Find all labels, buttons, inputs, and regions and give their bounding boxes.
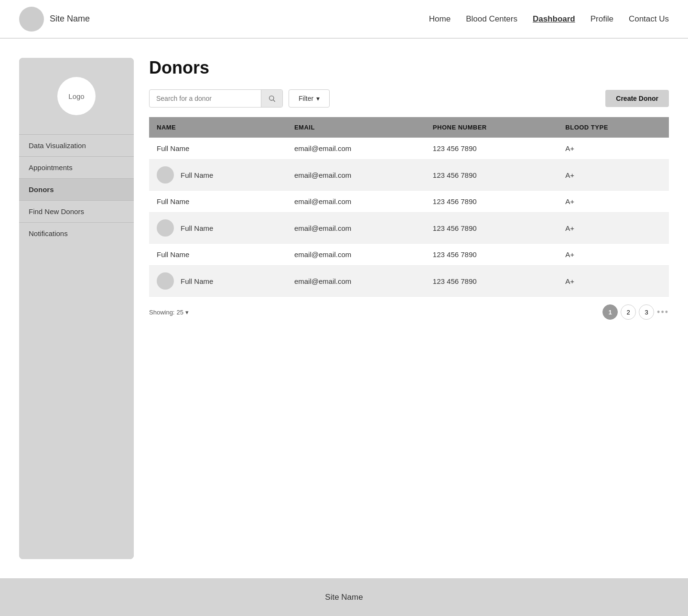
- cell-name: Full Name: [149, 138, 287, 160]
- page-button-2[interactable]: 2: [621, 304, 636, 320]
- avatar: [157, 166, 174, 184]
- navbar-links: Home Blood Centers Dashboard Profile Con…: [429, 14, 669, 24]
- showing-dropdown-icon[interactable]: ▾: [185, 309, 189, 316]
- page-button-3[interactable]: 3: [639, 304, 654, 320]
- svg-point-0: [269, 96, 274, 100]
- cell-name: Full Name: [149, 160, 287, 191]
- nav-link-contact[interactable]: Contact Us: [629, 14, 669, 24]
- table-row[interactable]: Full Nameemail@email.com123 456 7890A+: [149, 213, 669, 244]
- table-row[interactable]: Full Nameemail@email.com123 456 7890A+: [149, 266, 669, 297]
- sidebar-item-notifications[interactable]: Notifications: [19, 222, 134, 244]
- search-wrapper: [149, 89, 283, 108]
- table-row[interactable]: Full Nameemail@email.com123 456 7890A+: [149, 191, 669, 213]
- navbar-site-name: Site Name: [50, 14, 90, 24]
- sidebar-logo: Logo: [57, 77, 96, 115]
- nav-link-profile[interactable]: Profile: [591, 14, 613, 24]
- cell-email: email@email.com: [287, 266, 425, 297]
- navbar: Site Name Home Blood Centers Dashboard P…: [0, 0, 688, 38]
- sidebar-item-donors[interactable]: Donors: [19, 178, 134, 200]
- pagination-dots: •••: [657, 307, 669, 317]
- toolbar: Filter ▾ Create Donor: [149, 89, 669, 108]
- footer: Site Name: [0, 578, 688, 616]
- sidebar-spacer: [19, 244, 134, 559]
- page-button-1[interactable]: 1: [602, 304, 618, 320]
- pagination: 1 2 3 •••: [602, 304, 669, 320]
- cell-blood-type: A+: [558, 191, 669, 213]
- table-row[interactable]: Full Nameemail@email.com123 456 7890A+: [149, 138, 669, 160]
- cell-name: Full Name: [149, 213, 287, 244]
- cell-email: email@email.com: [287, 213, 425, 244]
- col-header-email: EMAIL: [287, 117, 425, 138]
- cell-name: Full Name: [149, 244, 287, 266]
- avatar: [157, 219, 174, 237]
- showing-label: Showing: 25 ▾: [149, 309, 189, 316]
- sidebar-item-data-visualization[interactable]: Data Visualization: [19, 134, 134, 156]
- cell-blood-type: A+: [558, 160, 669, 191]
- page-title: Donors: [149, 58, 669, 78]
- col-header-name: NAME: [149, 117, 287, 138]
- search-input[interactable]: [150, 90, 261, 107]
- cell-email: email@email.com: [287, 191, 425, 213]
- main-content: Donors Filter ▾ Create Donor: [149, 58, 669, 559]
- col-header-phone: PHONE NUMBER: [425, 117, 558, 138]
- cell-email: email@email.com: [287, 160, 425, 191]
- sidebar: Logo Data Visualization Appointments Don…: [19, 58, 134, 559]
- cell-phone: 123 456 7890: [425, 213, 558, 244]
- nav-link-dashboard[interactable]: Dashboard: [533, 14, 575, 24]
- col-header-blood-type: BLOOD TYPE: [558, 117, 669, 138]
- svg-line-1: [273, 100, 275, 102]
- navbar-brand: Site Name: [19, 7, 90, 32]
- cell-blood-type: A+: [558, 266, 669, 297]
- nav-link-home[interactable]: Home: [429, 14, 451, 24]
- table-body: Full Nameemail@email.com123 456 7890A+Fu…: [149, 138, 669, 297]
- table-header-row: NAME EMAIL PHONE NUMBER BLOOD TYPE: [149, 117, 669, 138]
- search-button[interactable]: [261, 90, 282, 107]
- sidebar-item-find-new-donors[interactable]: Find New Donors: [19, 200, 134, 222]
- filter-button[interactable]: Filter ▾: [289, 89, 330, 108]
- table-row[interactable]: Full Nameemail@email.com123 456 7890A+: [149, 160, 669, 191]
- navbar-logo: [19, 7, 44, 32]
- donors-table: NAME EMAIL PHONE NUMBER BLOOD TYPE Full …: [149, 117, 669, 297]
- page-body: Logo Data Visualization Appointments Don…: [0, 39, 688, 578]
- cell-phone: 123 456 7890: [425, 138, 558, 160]
- cell-email: email@email.com: [287, 138, 425, 160]
- cell-phone: 123 456 7890: [425, 244, 558, 266]
- sidebar-nav: Data Visualization Appointments Donors F…: [19, 134, 134, 244]
- cell-name: Full Name: [149, 191, 287, 213]
- cell-phone: 123 456 7890: [425, 191, 558, 213]
- cell-email: email@email.com: [287, 244, 425, 266]
- cell-phone: 123 456 7890: [425, 266, 558, 297]
- cell-name: Full Name: [149, 266, 287, 297]
- table-header: NAME EMAIL PHONE NUMBER BLOOD TYPE: [149, 117, 669, 138]
- footer-site-name: Site Name: [325, 593, 363, 602]
- chevron-down-icon: ▾: [316, 95, 320, 102]
- nav-link-blood-centers[interactable]: Blood Centers: [466, 14, 517, 24]
- cell-blood-type: A+: [558, 213, 669, 244]
- sidebar-item-appointments[interactable]: Appointments: [19, 156, 134, 178]
- avatar: [157, 272, 174, 290]
- create-donor-button[interactable]: Create Donor: [605, 90, 669, 107]
- cell-phone: 123 456 7890: [425, 160, 558, 191]
- table-footer: Showing: 25 ▾ 1 2 3 •••: [149, 304, 669, 320]
- table-row[interactable]: Full Nameemail@email.com123 456 7890A+: [149, 244, 669, 266]
- cell-blood-type: A+: [558, 138, 669, 160]
- cell-blood-type: A+: [558, 244, 669, 266]
- sidebar-logo-area: Logo: [19, 58, 134, 134]
- search-icon: [268, 95, 276, 102]
